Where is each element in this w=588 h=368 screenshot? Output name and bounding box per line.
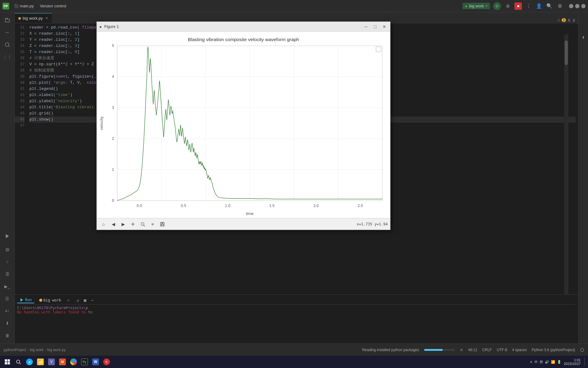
sidebar-icon-list2[interactable]: ≡↑	[2, 305, 13, 316]
sidebar-icon-dots[interactable]: ⋮⋮	[2, 52, 13, 63]
svg-text:0.5: 0.5	[181, 204, 186, 208]
svg-line-41	[20, 363, 21, 364]
run-tab-close[interactable]: ✕	[67, 298, 69, 302]
sidebar-icon-download[interactable]: ⬇	[2, 318, 13, 329]
chevron-down-icon[interactable]: ∨	[572, 17, 576, 23]
svg-text:2.0: 2.0	[313, 204, 318, 208]
fig-coordinates: x=1.735 y=1.94	[357, 222, 388, 226]
more-icon[interactable]: ⋮	[525, 2, 532, 10]
scroll-thumb[interactable]	[565, 40, 568, 65]
scrollbar[interactable]	[564, 34, 568, 294]
search-icon[interactable]: 🔍	[546, 2, 553, 10]
svg-text:1.5: 1.5	[269, 204, 274, 208]
chevron-up-icon[interactable]: ∧	[567, 17, 571, 23]
menu-file[interactable]: ⬛ main.py	[12, 2, 36, 10]
tray-ime[interactable]: 中	[534, 360, 538, 364]
tray-volume[interactable]: 🔊	[545, 360, 549, 364]
status-cancel-button[interactable]: ✕	[460, 347, 463, 352]
taskbar-vscode[interactable]: V	[47, 357, 56, 367]
taskbar-clock[interactable]: 1:01 2023/10/27	[564, 358, 581, 366]
tray-show-desktop[interactable]	[584, 358, 586, 366]
user-icon[interactable]: 👤	[535, 2, 543, 10]
encoding[interactable]: UTF-8	[497, 348, 507, 352]
taskbar-chrome[interactable]	[69, 357, 78, 367]
notification-count: 1	[562, 18, 566, 22]
right-icon-scroll[interactable]: ⬆	[579, 33, 588, 42]
sidebar-icon-gear[interactable]: ⚙	[2, 244, 13, 255]
line-ending[interactable]: CRLF	[482, 348, 492, 352]
run-refresh-button[interactable]: ↺	[74, 297, 81, 304]
svg-line-1	[8, 46, 9, 47]
sidebar-icon-terminal[interactable]: ▶_	[2, 281, 13, 292]
sidebar-icon-git[interactable]: ⑂	[2, 256, 13, 267]
grammarly-icon[interactable]: G	[493, 2, 501, 10]
plugin-icon[interactable]: ⚙	[504, 2, 511, 10]
sidebar-icon-list[interactable]: ☰	[2, 293, 13, 304]
maximize-button[interactable]	[575, 4, 579, 8]
figure-maximize-button[interactable]: □	[372, 23, 379, 30]
svg-text:velocity: velocity	[99, 116, 104, 130]
tray-icons: ∧ 中 拼 🔊 📶 🔋	[530, 360, 561, 364]
breadcrumb: pythonProject › big work › big work.py	[4, 348, 66, 352]
run-project-tab[interactable]: big work	[37, 297, 64, 303]
run-path: C:\Users\86178\PycharmProjects\p	[17, 306, 576, 310]
sidebar-icon-folder[interactable]	[2, 15, 13, 26]
fig-forward-button[interactable]: ▶	[119, 220, 127, 228]
svg-rect-37	[8, 359, 10, 362]
sidebar-icon-search[interactable]	[2, 39, 13, 50]
indent[interactable]: 4 spaces	[512, 348, 527, 352]
run-more-button[interactable]: ⋯	[89, 297, 96, 304]
notifications-icon[interactable]: ⚠	[557, 18, 560, 22]
taskbar-pycharm[interactable]: Py	[80, 357, 89, 367]
fig-zoom-button[interactable]	[138, 220, 147, 228]
taskbar: e 📁 V M Py W C ∧ 中 拼 🔊 📶 🔋 1:01 2023/10/…	[0, 356, 588, 368]
fig-back-button[interactable]: ◀	[109, 220, 118, 228]
window-controls	[569, 4, 586, 8]
tab-bigwork[interactable]: big work.py ✕	[15, 13, 52, 23]
taskbar-matlab[interactable]: M	[58, 357, 67, 367]
taskbar-files[interactable]: 📁	[36, 357, 45, 367]
breadcrumb-project[interactable]: pythonProject	[4, 348, 26, 352]
sidebar-icon-run[interactable]	[2, 231, 13, 242]
git-icon[interactable]	[580, 348, 584, 352]
taskbar-start-button[interactable]	[2, 357, 12, 367]
svg-text:2.5: 2.5	[358, 204, 363, 208]
fig-move-button[interactable]: ✛	[129, 220, 137, 228]
breadcrumb-folder[interactable]: big work	[30, 348, 43, 352]
breadcrumb-file[interactable]: big work.py	[47, 348, 66, 352]
run-tab[interactable]: Run	[17, 297, 34, 303]
settings-icon[interactable]: ⚙	[556, 2, 564, 10]
run-output: C:\Users\86178\PycharmProjects\p No hand…	[17, 306, 576, 314]
tray-pinyin[interactable]: 拼	[540, 360, 543, 364]
tray-network[interactable]: 📶	[551, 360, 555, 364]
python-version[interactable]: Python 3.6 (pythonProject)	[532, 348, 575, 352]
taskbar-csdn[interactable]: C	[102, 357, 111, 367]
figure-window: ● Figure 1 ─ □ ✕ Blasting vibration comp…	[96, 21, 390, 230]
minimize-button[interactable]	[569, 4, 573, 8]
menu-vcs[interactable]: Version control	[37, 2, 69, 10]
status-bar: pythonProject › big work › big work.py R…	[0, 343, 588, 356]
taskbar-right: ∧ 中 拼 🔊 📶 🔋 1:01 2023/10/27	[530, 358, 586, 366]
tray-battery[interactable]: 🔋	[557, 360, 561, 364]
tab-close-button[interactable]: ✕	[45, 16, 48, 20]
run-stop-button[interactable]: ■	[82, 297, 89, 304]
fig-save-button[interactable]	[158, 220, 167, 228]
figure-minimize-button[interactable]: ─	[363, 23, 369, 30]
fig-home-button[interactable]: ⌂	[99, 220, 108, 228]
sidebar-icon-minus[interactable]: ─	[2, 27, 13, 38]
fig-config-button[interactable]: ≡	[148, 220, 157, 228]
taskbar-word[interactable]: W	[91, 357, 100, 367]
figure-close-button[interactable]: ✕	[381, 23, 388, 30]
taskbar-search[interactable]	[13, 357, 23, 367]
taskbar-edge[interactable]: e	[24, 357, 34, 367]
app-logo: PP	[2, 3, 9, 10]
tray-up-arrow[interactable]: ∧	[530, 360, 533, 364]
stop-button[interactable]: ■	[514, 2, 522, 10]
status-text: Reading installed python packages	[362, 348, 419, 352]
sidebar: ─ ⋮⋮ ⚙ ⑂ 🗄 ▶_ ☰	[0, 12, 15, 356]
cursor-position[interactable]: 46:11	[468, 348, 477, 352]
sidebar-icon-trash[interactable]: 🗑	[2, 330, 13, 341]
sidebar-icon-database[interactable]: 🗄	[2, 269, 13, 280]
close-button[interactable]	[581, 4, 586, 8]
top-bar: PP ⬛ main.py Version control ● big work …	[0, 0, 588, 12]
